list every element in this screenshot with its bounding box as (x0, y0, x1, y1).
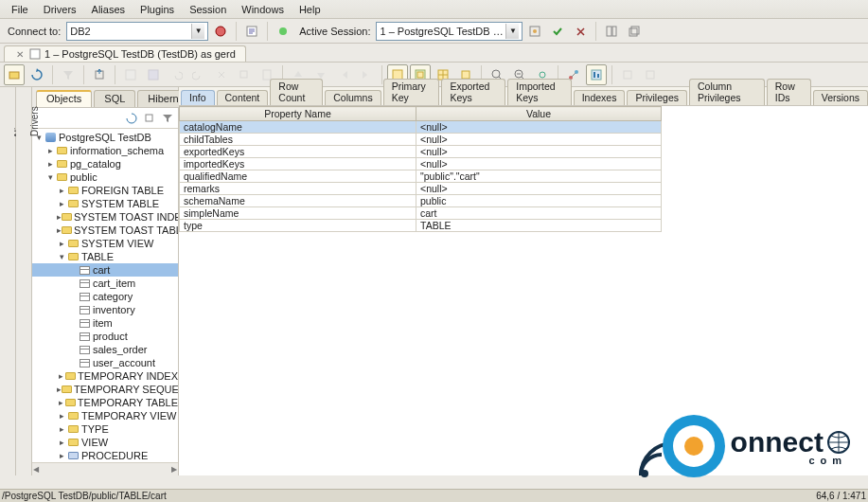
tree-filter-icon[interactable] (159, 110, 176, 127)
tree-table[interactable]: item (32, 316, 178, 330)
cut-button[interactable] (211, 64, 232, 85)
tree-copy-icon[interactable] (141, 110, 158, 127)
tree-table[interactable]: cart_item (32, 277, 178, 290)
tree-table[interactable]: sales_order (32, 343, 178, 356)
tree-node[interactable]: ▸TEMPORARY SEQUENCE (32, 383, 178, 396)
connect-button[interactable] (210, 21, 231, 42)
tree-node-table[interactable]: ▾TABLE (32, 250, 178, 263)
menu-file[interactable]: File (4, 2, 36, 17)
active-session-label: Active Session: (295, 26, 374, 37)
prop-row[interactable]: schemaNamepublic (180, 195, 662, 207)
tree-schema-public[interactable]: ▾public (32, 170, 178, 184)
tab-sql[interactable]: SQL (94, 90, 135, 107)
new-sql-button[interactable] (241, 21, 262, 42)
tree-schema[interactable]: ▸information_schema (32, 144, 178, 157)
menu-drivers[interactable]: Drivers (36, 2, 84, 17)
menu-windows[interactable]: Windows (234, 2, 292, 17)
export-button[interactable] (89, 64, 110, 85)
tree-table[interactable]: inventory (32, 303, 178, 316)
document-tab[interactable]: ✕ 1 – PostgreSQL TestDB (TestDB) as gerd (4, 45, 246, 62)
rtab-versions[interactable]: Versions (813, 90, 868, 105)
rollback-button[interactable] (570, 21, 591, 42)
prop-row[interactable]: qualifiedName"public"."cart" (180, 170, 662, 183)
menu-plugins[interactable]: Plugins (133, 2, 182, 17)
close-icon[interactable]: ✕ (14, 49, 26, 60)
menu-aliases[interactable]: Aliases (84, 2, 133, 17)
tree-node[interactable]: ▸TEMPORARY TABLE (32, 396, 178, 409)
prop-row[interactable]: exportedKeys<null> (180, 146, 662, 158)
prop-row[interactable]: catalogName<null> (180, 121, 662, 134)
nav-first-button[interactable] (333, 64, 354, 85)
tree-scrollbar[interactable]: ◀▶ (32, 462, 178, 475)
rtab-indexes[interactable]: Indexes (574, 90, 626, 105)
svg-point-22 (515, 70, 523, 78)
svg-point-31 (641, 470, 648, 477)
tree-table-cart[interactable]: cart (32, 263, 178, 277)
tree-node[interactable]: ▸PROCEDURE (32, 449, 178, 462)
tree-node[interactable]: ▸TEMPORARY VIEW (32, 409, 178, 422)
tree-node[interactable]: ▸SYSTEM TABLE (32, 197, 178, 210)
tree-node[interactable]: ▸VIEW (32, 436, 178, 449)
svg-rect-11 (96, 71, 103, 79)
chevron-down-icon[interactable]: ▼ (191, 24, 204, 39)
tree-refresh-icon[interactable] (123, 110, 140, 127)
misc-1-button[interactable] (617, 64, 638, 85)
save-button[interactable] (143, 64, 164, 85)
filter-button[interactable] (58, 64, 79, 85)
rtab-info[interactable]: Info (181, 90, 215, 105)
rtab-exkeys[interactable]: Exported Keys (441, 79, 505, 105)
connect-to-combo[interactable]: DB2 ▼ (66, 22, 208, 41)
tree-schema[interactable]: ▸pg_catalog (32, 157, 178, 170)
active-session-combo[interactable]: 1 – PostgreSQL TestDB (Tes... ▼ (376, 22, 523, 41)
logo-text: onnect (731, 426, 824, 457)
undo-button[interactable] (166, 64, 186, 85)
tree-table[interactable]: user_account (32, 356, 178, 369)
refresh-button[interactable] (27, 64, 47, 85)
open-button[interactable] (120, 64, 141, 85)
tree-node[interactable]: ▸SYSTEM TOAST TABLE (32, 224, 178, 237)
tree-node[interactable]: ▸TEMPORARY INDEX (32, 369, 178, 383)
menu-session[interactable]: Session (182, 2, 234, 17)
tree-node[interactable]: ▸FOREIGN TABLE (32, 184, 178, 197)
graph-layout-button[interactable] (586, 64, 607, 85)
properties-table[interactable]: Property Name Value catalogName<null>chi… (179, 106, 662, 232)
prop-row[interactable]: childTables<null> (180, 134, 662, 146)
copy-button[interactable] (234, 64, 255, 85)
rail-aliases[interactable]: Aliases (0, 87, 16, 475)
chevron-down-icon[interactable]: ▼ (505, 24, 519, 39)
misc-2-button[interactable] (640, 64, 661, 85)
prop-row[interactable]: importedKeys<null> (180, 158, 662, 170)
rtab-rowids[interactable]: Row IDs (767, 79, 811, 105)
tab-objects[interactable]: Objects (36, 90, 92, 107)
tree-root[interactable]: ▾PostgreSQL TestDB (32, 131, 178, 144)
prop-row[interactable]: simpleNamecart (180, 207, 662, 220)
rtab-priv[interactable]: Privileges (627, 90, 687, 105)
commit-button[interactable] (547, 21, 568, 42)
svg-rect-25 (592, 70, 601, 80)
session-props-button[interactable] (524, 21, 545, 42)
window-tile-button[interactable] (601, 21, 622, 42)
rtab-imkeys[interactable]: Imported Keys (507, 79, 571, 105)
run-indicator-icon[interactable] (273, 21, 293, 42)
tree-node[interactable]: ▸TYPE (32, 422, 178, 436)
object-tree[interactable]: ▾PostgreSQL TestDB ▸information_schema ▸… (32, 129, 178, 462)
redo-button[interactable] (188, 64, 209, 85)
rtab-pk[interactable]: Primary Key (383, 79, 440, 105)
tree-table[interactable]: category (32, 290, 178, 303)
rtab-columns[interactable]: Columns (325, 90, 381, 105)
rtab-colpriv[interactable]: Column Privileges (689, 79, 765, 105)
prop-row[interactable]: typeTABLE (180, 220, 662, 232)
catalog-button[interactable] (4, 64, 25, 85)
prop-row[interactable]: remarks<null> (180, 183, 662, 195)
rtab-rowcount[interactable]: Row Count (270, 79, 323, 105)
window-cascade-button[interactable] (624, 21, 645, 42)
tree-node[interactable]: ▸SYSTEM VIEW (32, 237, 178, 250)
rail-drivers[interactable]: Drivers (16, 87, 32, 475)
tree-node[interactable]: ▸SYSTEM TOAST INDEX (32, 210, 178, 224)
menu-help[interactable]: Help (292, 2, 328, 17)
col-value[interactable]: Value (416, 107, 662, 121)
nav-last-button[interactable] (356, 64, 377, 85)
col-propname[interactable]: Property Name (180, 107, 416, 121)
rtab-content[interactable]: Content (217, 90, 269, 105)
tree-table[interactable]: product (32, 330, 178, 343)
